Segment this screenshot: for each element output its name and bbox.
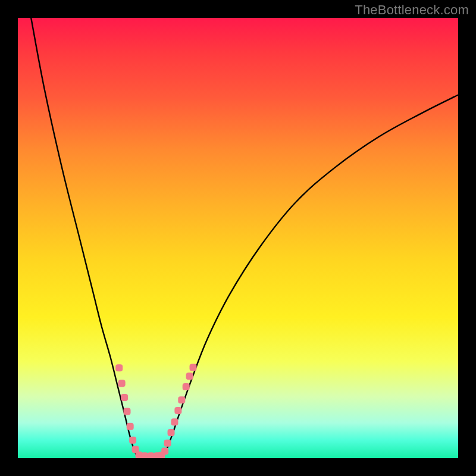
data-marker (164, 440, 171, 447)
data-marker (178, 396, 185, 403)
data-marker (147, 452, 154, 458)
data-marker (118, 380, 126, 387)
data-marker (127, 423, 134, 430)
data-marker (161, 447, 168, 455)
data-marker (174, 407, 181, 414)
plot-area (18, 18, 458, 458)
data-marker (171, 418, 178, 425)
data-marker (168, 429, 175, 436)
markers-layer (115, 364, 196, 458)
left-branch (31, 18, 137, 456)
right-branch (163, 95, 458, 456)
data-marker (190, 364, 197, 371)
curve-layer (31, 18, 458, 456)
data-marker (129, 437, 136, 444)
data-marker (141, 452, 148, 458)
data-marker (183, 383, 190, 390)
data-marker (124, 408, 131, 415)
data-marker (186, 372, 193, 380)
curve-svg (18, 18, 458, 458)
data-marker (115, 364, 123, 371)
data-marker (121, 394, 128, 401)
watermark: TheBottleneck.com (355, 2, 469, 18)
chart-canvas: TheBottleneck.com (0, 0, 476, 476)
